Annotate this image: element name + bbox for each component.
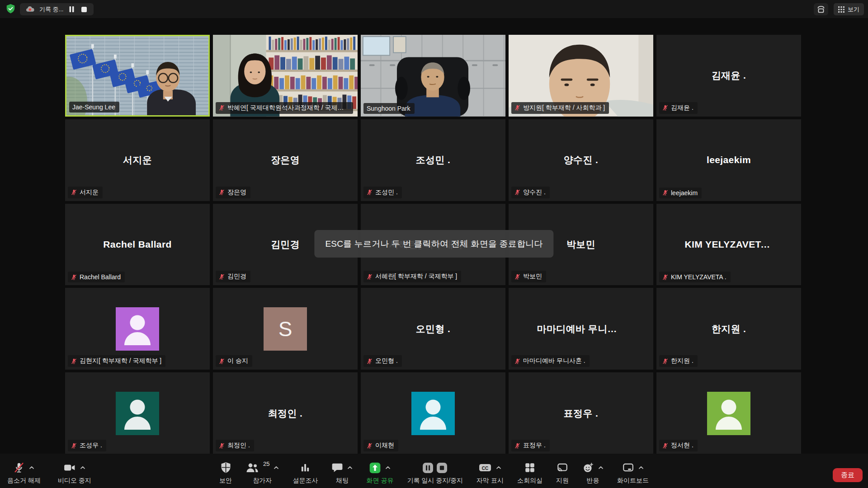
name-label-text: 한지원 . xyxy=(671,357,693,365)
participant-avatar xyxy=(411,392,455,435)
toolbar-item-whiteboard[interactable]: 화이트보드 xyxy=(617,461,649,485)
participant-tile[interactable]: 김현지[ 학부재학 / 국제학부 ] xyxy=(65,288,210,370)
name-label: 조성우 . xyxy=(68,440,106,451)
name-label: 오민형 . xyxy=(363,355,402,367)
chevron-up-icon[interactable] xyxy=(274,466,279,469)
muted-mic-icon xyxy=(219,443,225,449)
participant-tile[interactable]: 장은영장은영 xyxy=(213,119,358,201)
participant-tile[interactable]: 김재윤 .김재윤 . xyxy=(656,35,801,117)
muted-mic-icon xyxy=(662,358,668,364)
participant-tile[interactable]: 서지운서지운 xyxy=(65,119,210,201)
muted-mic-icon xyxy=(514,189,520,195)
muted-mic-icon xyxy=(71,358,77,364)
toolbar-item-breakout-rooms[interactable]: 소회의실 xyxy=(517,461,542,485)
participant-tile[interactable]: Jae-Seung Lee xyxy=(65,35,210,117)
participant-tile[interactable]: 박혜연[ 국제대학원석사과정재학 / 국제학과 ] xyxy=(213,35,358,117)
chevron-up-icon[interactable] xyxy=(80,466,85,469)
toolbar-item-share-screen[interactable]: 화면 공유 xyxy=(367,461,394,485)
participant-display-name: 한지원 . xyxy=(712,323,746,335)
participant-tile[interactable]: 최정인 .최정인 . xyxy=(213,372,358,454)
participant-tile[interactable]: KIM YELYZAVETA .KIM YELYZAVETA . xyxy=(656,204,801,286)
participant-tile[interactable]: 이채현 xyxy=(361,372,505,454)
chevron-up-icon[interactable] xyxy=(496,466,502,469)
toolbar-item-support[interactable]: 지원 xyxy=(556,461,569,485)
exit-fullscreen-icon[interactable] xyxy=(814,3,828,15)
participant-display-name: 박보민 xyxy=(566,238,595,251)
name-label: 정서현 . xyxy=(659,440,698,451)
meeting-info-shield-icon[interactable] xyxy=(6,4,15,14)
toolbar-item-participants[interactable]: 25참가자 xyxy=(245,461,279,485)
toolbar-item-polls[interactable]: 설문조사 xyxy=(293,461,318,485)
name-label: Rachel Ballard xyxy=(68,272,125,282)
chevron-up-icon[interactable] xyxy=(29,466,34,469)
toolbar-item-label: 소회의실 xyxy=(517,477,542,485)
person-icon xyxy=(116,392,159,435)
name-label: 장은영 xyxy=(216,187,250,198)
muted-mic-icon xyxy=(71,443,77,449)
grid-view-icon xyxy=(838,6,844,13)
muted-mic-icon xyxy=(662,274,668,280)
participant-display-name: 서지운 xyxy=(123,154,152,166)
toolbar-item-label: 기록 일시 중지/중지 xyxy=(407,477,463,485)
toolbar-item-security[interactable]: 보안 xyxy=(219,461,232,485)
toolbar-left-group: 음소거 해제비디오 중지 xyxy=(7,461,91,485)
top-bar: 기록 중... 보기 xyxy=(0,0,868,18)
toolbar-item-unmute[interactable]: 음소거 해제 xyxy=(7,461,41,485)
participant-display-name: Rachel Ballard xyxy=(103,239,172,250)
person-icon xyxy=(707,392,750,435)
participant-tile[interactable]: 조성우 . xyxy=(65,372,210,454)
participant-display-name: 김재윤 . xyxy=(712,69,746,82)
toolbar-item-captions[interactable]: CC자막 표시 xyxy=(476,461,504,485)
toolbar-item-label: 참가자 xyxy=(253,477,272,485)
toolbar-item-label: 비디오 중지 xyxy=(58,477,91,485)
participant-tile[interactable]: S이 승지 xyxy=(213,288,358,370)
name-label: 이채현 xyxy=(363,440,398,451)
fullscreen-exit-toast: ESC를 누르거나 두 번 클릭하여 전체 화면을 종료합니다 xyxy=(314,230,553,258)
chevron-up-icon[interactable] xyxy=(598,466,604,469)
participant-tile[interactable]: 한지원 .한지원 . xyxy=(656,288,801,370)
chevron-up-icon[interactable] xyxy=(385,466,391,469)
toolbar-center-group: 보안25참가자설문조사채팅화면 공유기록 일시 중지/중지CC자막 표시소회의실… xyxy=(219,461,649,485)
name-label-text: Jae-Seung Lee xyxy=(72,103,115,111)
muted-mic-icon xyxy=(367,358,373,364)
mic-muted-icon xyxy=(13,462,25,474)
chevron-up-icon[interactable] xyxy=(638,466,644,469)
participant-tile[interactable]: 표정우 .표정우 . xyxy=(509,372,653,454)
end-meeting-button[interactable]: 종료 xyxy=(833,468,863,482)
participant-tile[interactable]: 정서현 . xyxy=(656,372,801,454)
toolbar-item-record-controls[interactable]: 기록 일시 중지/중지 xyxy=(407,461,463,485)
name-label: 김민경 xyxy=(216,271,250,282)
support-icon xyxy=(557,462,568,474)
participant-tile[interactable]: 마마디예바 무니사혼 .마마디예바 무니사혼 . xyxy=(509,288,653,370)
chevron-up-icon[interactable] xyxy=(348,466,353,469)
name-label: leejaekim xyxy=(659,188,702,198)
toolbar-item-reactions[interactable]: 반응 xyxy=(582,461,604,485)
view-button[interactable]: 보기 xyxy=(834,3,864,15)
avatar-letter: S xyxy=(278,317,292,341)
participant-tile[interactable]: 양수진 .양수진 . xyxy=(509,119,653,201)
name-label: 김재윤 . xyxy=(659,102,698,114)
participant-tile[interactable]: Sunghoon Park xyxy=(361,35,505,117)
toolbar-item-stop-video[interactable]: 비디오 중지 xyxy=(58,461,91,485)
participant-tile[interactable]: 오민형 .오민형 . xyxy=(361,288,505,370)
participant-display-name: 조성민 . xyxy=(416,154,451,166)
participant-tile[interactable]: 방지원[ 학부재학 / 사회학과 ] xyxy=(509,35,653,117)
toolbar-item-label: 화면 공유 xyxy=(367,477,394,485)
name-label: 조성민 . xyxy=(363,187,402,198)
participant-tile[interactable]: 조성민 .조성민 . xyxy=(361,119,505,201)
toolbar-item-chat[interactable]: 채팅 xyxy=(332,461,353,485)
participant-display-name: leejaekim xyxy=(707,155,751,165)
recording-status-label: 기록 중... xyxy=(39,5,63,14)
name-label: Sunghoon Park xyxy=(363,103,415,114)
name-label-text: 서혜란[ 학부재학 / 국제학부 ] xyxy=(375,272,457,281)
muted-mic-icon xyxy=(514,274,520,280)
muted-mic-icon xyxy=(367,189,373,195)
name-label-text: 조성민 . xyxy=(375,188,398,197)
name-label-text: 박보민 xyxy=(523,272,542,281)
participant-tile[interactable]: Rachel BallardRachel Ballard xyxy=(65,204,210,286)
cc-icon: CC xyxy=(479,462,492,473)
participant-tile[interactable]: leejaekimleejaekim xyxy=(656,119,801,201)
recording-stop-button[interactable] xyxy=(80,7,88,12)
view-button-label: 보기 xyxy=(848,5,859,14)
recording-pause-button[interactable] xyxy=(68,6,75,12)
